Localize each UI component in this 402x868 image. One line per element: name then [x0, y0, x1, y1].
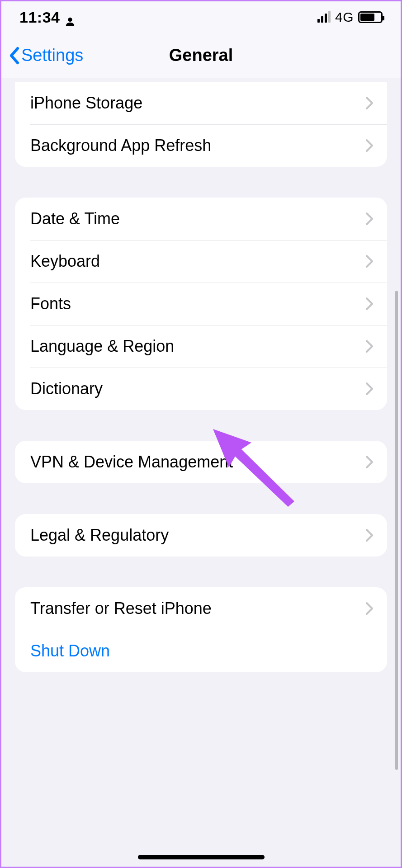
person-icon	[65, 13, 74, 22]
row-label: Background App Refresh	[30, 136, 365, 155]
chevron-left-icon	[9, 47, 19, 65]
row-transfer-reset[interactable]: Transfer or Reset iPhone	[15, 587, 387, 630]
row-label: Transfer or Reset iPhone	[30, 599, 365, 618]
back-button[interactable]: Settings	[9, 46, 83, 65]
chevron-right-icon	[365, 382, 374, 396]
row-background-app-refresh[interactable]: Background App Refresh	[15, 124, 387, 167]
home-indicator	[138, 855, 265, 859]
row-label: Keyboard	[30, 252, 365, 271]
chevron-right-icon	[365, 455, 374, 469]
settings-group: Transfer or Reset iPhoneShut Down	[15, 587, 387, 672]
row-shut-down[interactable]: Shut Down	[15, 630, 387, 672]
cellular-signal-icon	[317, 12, 331, 23]
battery-icon	[358, 11, 383, 23]
row-vpn-device-management[interactable]: VPN & Device Management	[15, 441, 387, 483]
row-keyboard[interactable]: Keyboard	[15, 240, 387, 283]
chevron-right-icon	[365, 212, 374, 226]
settings-group: Date & TimeKeyboardFontsLanguage & Regio…	[15, 198, 387, 410]
settings-group: Legal & Regulatory	[15, 514, 387, 557]
network-label: 4G	[335, 9, 354, 25]
row-date-time[interactable]: Date & Time	[15, 198, 387, 240]
settings-group: iPhone StorageBackground App Refresh	[15, 82, 387, 167]
row-iphone-storage[interactable]: iPhone Storage	[15, 82, 387, 124]
settings-group: VPN & Device Management	[15, 441, 387, 483]
row-label: Legal & Regulatory	[30, 526, 365, 545]
row-label: Language & Region	[30, 337, 365, 356]
row-label: Shut Down	[30, 642, 374, 660]
status-time: 11:34	[19, 9, 60, 26]
svg-point-0	[68, 18, 72, 22]
scroll-indicator	[395, 291, 398, 770]
status-bar: 11:34 4G	[1, 1, 401, 33]
row-dictionary[interactable]: Dictionary	[15, 368, 387, 410]
status-right: 4G	[317, 9, 383, 25]
nav-bar: Settings General	[1, 33, 401, 78]
chevron-right-icon	[365, 528, 374, 542]
status-left: 11:34	[19, 9, 74, 26]
chevron-right-icon	[365, 255, 374, 268]
settings-content: iPhone StorageBackground App RefreshDate…	[1, 82, 401, 726]
chevron-right-icon	[365, 297, 374, 311]
row-label: VPN & Device Management	[30, 453, 365, 472]
row-label: iPhone Storage	[30, 94, 365, 113]
row-label: Dictionary	[30, 379, 365, 398]
row-fonts[interactable]: Fonts	[15, 283, 387, 325]
chevron-right-icon	[365, 139, 374, 152]
chevron-right-icon	[365, 340, 374, 353]
back-label: Settings	[21, 46, 83, 65]
row-legal-regulatory[interactable]: Legal & Regulatory	[15, 514, 387, 557]
chevron-right-icon	[365, 602, 374, 615]
row-label: Date & Time	[30, 209, 365, 228]
chevron-right-icon	[365, 96, 374, 110]
row-label: Fonts	[30, 294, 365, 313]
row-language-region[interactable]: Language & Region	[15, 325, 387, 368]
